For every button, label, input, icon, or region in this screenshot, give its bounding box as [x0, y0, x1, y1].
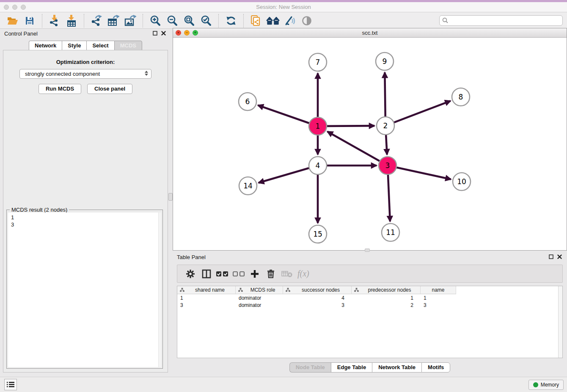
tab-edge-table[interactable]: Edge Table	[331, 362, 372, 373]
node-1[interactable]: 1	[309, 117, 327, 135]
table-cell[interactable]: 4	[283, 295, 352, 302]
table-options-icon[interactable]	[184, 268, 197, 280]
node-table[interactable]: shared nameMCDS rolesuccessor nodesprede…	[177, 286, 563, 358]
node-6[interactable]: 6	[239, 93, 256, 110]
node-3[interactable]: 3	[379, 157, 396, 174]
vertical-splitter-grip[interactable]	[168, 193, 173, 201]
refresh-network-icon[interactable]	[224, 14, 238, 28]
table-row[interactable]: 3dominator323	[177, 302, 456, 309]
table-cell[interactable]: dominator	[236, 295, 283, 302]
svg-text:15: 15	[313, 230, 322, 238]
search-input[interactable]	[439, 15, 563, 26]
edge-3-10[interactable]	[396, 167, 451, 179]
column-header-name[interactable]: name	[421, 286, 456, 294]
tab-style[interactable]: Style	[62, 41, 86, 51]
node-15[interactable]: 15	[309, 225, 327, 243]
column-header-MCDS-role[interactable]: MCDS role	[236, 286, 283, 294]
edge-1-6[interactable]	[258, 105, 311, 124]
table-cell[interactable]: 3	[283, 302, 352, 309]
network-window-titlebar[interactable]: × − + scc.txt	[173, 28, 567, 38]
toolbar-separator	[143, 14, 143, 28]
horizontal-splitter-grip[interactable]	[365, 248, 370, 252]
table-cell[interactable]: dominator	[236, 302, 283, 309]
zoom-fit-icon[interactable]	[182, 14, 196, 28]
node-9[interactable]: 9	[376, 52, 394, 70]
show-column-icon[interactable]	[200, 268, 213, 280]
mcds-result-text[interactable]: 13	[8, 213, 158, 367]
tab-mcds[interactable]: MCDS	[114, 41, 142, 51]
criterion-dropdown[interactable]: strongly connected component	[19, 69, 151, 79]
node-7[interactable]: 7	[309, 53, 327, 71]
table-cell[interactable]: 2	[352, 302, 421, 309]
delete-columns-icon[interactable]	[264, 268, 277, 280]
edge-4-14[interactable]	[259, 168, 310, 182]
node-8[interactable]: 8	[452, 88, 470, 106]
export-network-icon[interactable]	[89, 14, 104, 28]
table-scrollbar[interactable]	[558, 286, 562, 358]
unselect-all-columns-icon[interactable]	[232, 268, 245, 280]
edge-2-8[interactable]	[393, 101, 451, 123]
memory-button[interactable]: Memory	[528, 380, 564, 390]
run-mcds-button[interactable]: Run MCDS	[39, 84, 81, 94]
table-cell[interactable]: 1	[421, 295, 456, 302]
close-table-panel-icon[interactable]	[557, 254, 562, 259]
node-11[interactable]: 11	[382, 224, 399, 241]
network-canvas[interactable]: 1234678910111415	[173, 38, 567, 250]
mcds-result-scrollbar[interactable]	[158, 213, 161, 367]
column-label: shared name	[184, 287, 235, 293]
show-graphics-details-icon[interactable]	[300, 14, 314, 28]
edge-1-2[interactable]	[326, 126, 374, 126]
export-table-icon[interactable]	[106, 14, 121, 28]
mcds-result-group: MCDS result (2 nodes) 13	[6, 210, 163, 369]
save-session-icon[interactable]	[22, 14, 37, 28]
column-header-predecessor-nodes[interactable]: predecessor nodes	[352, 286, 421, 294]
table-tabs: Node TableEdge TableNetwork TableMotifs	[173, 362, 567, 373]
node-2[interactable]: 2	[377, 117, 394, 135]
column-header-shared-name[interactable]: shared name	[177, 286, 236, 294]
table-cell[interactable]: 1	[352, 295, 421, 302]
add-column-icon[interactable]	[248, 268, 261, 280]
close-panel-button[interactable]: Close panel	[87, 84, 132, 94]
criterion-value: strongly connected component	[25, 71, 100, 77]
table-row[interactable]: 1dominator411	[177, 295, 456, 302]
delete-table-icon[interactable]	[281, 268, 293, 280]
float-panel-icon[interactable]	[153, 31, 157, 36]
table-panel-title: Table Panel	[177, 254, 206, 260]
export-image-icon[interactable]	[123, 14, 138, 28]
node-4[interactable]: 4	[309, 157, 327, 174]
hide-graphics-icon[interactable]	[283, 14, 297, 28]
float-table-panel-icon[interactable]	[549, 254, 553, 259]
task-history-button[interactable]	[4, 379, 17, 390]
edge-2-9[interactable]	[385, 72, 385, 118]
tab-motifs[interactable]: Motifs	[421, 362, 450, 373]
tab-select[interactable]: Select	[86, 41, 114, 51]
open-session-icon[interactable]	[6, 14, 20, 28]
mcds-result-title: MCDS result (2 nodes)	[10, 207, 69, 213]
import-network-icon[interactable]	[47, 14, 62, 28]
function-builder-icon[interactable]: f(x)	[297, 269, 309, 279]
edge-3-1[interactable]	[328, 132, 381, 162]
tab-network-table[interactable]: Network Table	[372, 362, 421, 373]
table-cell[interactable]: 3	[421, 302, 456, 309]
table-cell[interactable]: 1	[177, 295, 236, 302]
toolbar-separator	[84, 14, 84, 28]
zoom-in-icon[interactable]	[148, 14, 162, 28]
tab-node-table[interactable]: Node Table	[289, 362, 331, 373]
import-table-icon[interactable]	[64, 14, 79, 28]
select-all-columns-icon[interactable]	[216, 268, 229, 280]
node-14[interactable]: 14	[239, 177, 257, 195]
zoom-out-icon[interactable]	[165, 14, 179, 28]
zoom-selected-icon[interactable]	[199, 14, 213, 28]
column-type-icon	[180, 288, 184, 292]
reset-view-icon[interactable]	[266, 14, 280, 28]
edge-3-11[interactable]	[388, 174, 390, 221]
clone-network-icon[interactable]	[249, 14, 263, 28]
tab-network[interactable]: Network	[29, 41, 62, 51]
column-label: MCDS role	[243, 287, 283, 293]
column-header-successor-nodes[interactable]: successor nodes	[283, 286, 352, 294]
close-panel-icon[interactable]	[161, 31, 166, 36]
search-field	[439, 15, 563, 26]
edge-2-3[interactable]	[386, 134, 387, 155]
table-cell[interactable]: 3	[177, 302, 236, 309]
node-10[interactable]: 10	[453, 173, 471, 190]
